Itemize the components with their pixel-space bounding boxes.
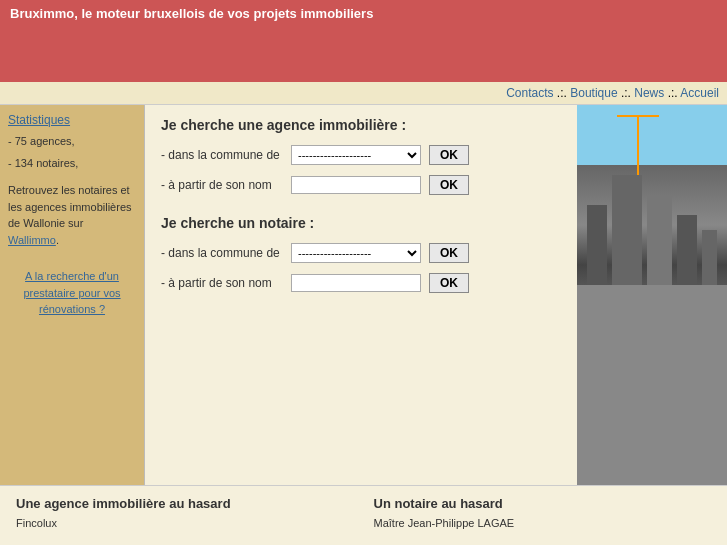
- content-area: Je cherche une agence immobilière : - da…: [145, 105, 577, 485]
- header-title: Bruximmo, le moteur bruxellois de vos pr…: [10, 6, 373, 21]
- notaire-commune-row: - dans la commune de -------------------…: [161, 243, 561, 263]
- notaire-random-col: Un notaire au hasard Maître Jean-Philipp…: [374, 496, 712, 529]
- agency-name-input[interactable]: [291, 176, 421, 194]
- sidebar: Statistiques - 75 agences, - 134 notaire…: [0, 105, 145, 485]
- agency-random-name: Fincolux: [16, 517, 354, 529]
- nav-sep2: .:.: [621, 86, 634, 100]
- notaire-random-name: Maître Jean-Philippe LAGAE: [374, 517, 712, 529]
- stats-title[interactable]: Statistiques: [8, 113, 136, 127]
- notaire-commune-select[interactable]: --------------------: [291, 243, 421, 263]
- city-image: [577, 105, 727, 305]
- agency-random-title: Une agence immobilière au hasard: [16, 496, 354, 511]
- agency-name-ok-button[interactable]: OK: [429, 175, 469, 195]
- notaire-random-title: Un notaire au hasard: [374, 496, 712, 511]
- notaire-name-row: - à partir de son nom OK: [161, 273, 561, 293]
- notaire-name-label: - à partir de son nom: [161, 276, 291, 290]
- nav-bar: Contacts .:. Boutique .:. News .:. Accue…: [0, 82, 727, 105]
- agency-section-title: Je cherche une agence immobilière :: [161, 117, 561, 133]
- header-bar: Bruximmo, le moteur bruxellois de vos pr…: [0, 0, 727, 27]
- notaire-name-input[interactable]: [291, 274, 421, 292]
- notaire-name-ok-button[interactable]: OK: [429, 273, 469, 293]
- bottom-section: Une agence immobilière au hasard Fincolu…: [0, 485, 727, 539]
- stats-agencies: - 75 agences,: [8, 133, 136, 151]
- stats-notaires: - 134 notaires,: [8, 155, 136, 173]
- main-layout: Statistiques - 75 agences, - 134 notaire…: [0, 105, 727, 485]
- banner-area: [0, 27, 727, 82]
- nav-sep1: .:.: [557, 86, 570, 100]
- agency-commune-select[interactable]: --------------------: [291, 145, 421, 165]
- nav-sep3: .:.: [668, 86, 681, 100]
- nav-contacts[interactable]: Contacts: [506, 86, 553, 100]
- notaire-commune-ok-button[interactable]: OK: [429, 243, 469, 263]
- agency-random-col: Une agence immobilière au hasard Fincolu…: [16, 496, 354, 529]
- wallimmo-link[interactable]: Wallimmo: [8, 234, 56, 246]
- agency-commune-ok-button[interactable]: OK: [429, 145, 469, 165]
- agency-name-row: - à partir de son nom OK: [161, 175, 561, 195]
- nav-boutique[interactable]: Boutique: [570, 86, 617, 100]
- notaire-commune-label: - dans la commune de: [161, 246, 291, 260]
- notaire-section-title: Je cherche un notaire :: [161, 215, 561, 231]
- reno-link[interactable]: A la recherche d'un prestataire pour vos…: [8, 268, 136, 318]
- agency-name-label: - à partir de son nom: [161, 178, 291, 192]
- sidebar-notaires-text: Retrouvez les notaires et les agences im…: [8, 182, 136, 248]
- agency-commune-label: - dans la commune de: [161, 148, 291, 162]
- agency-commune-row: - dans la commune de -------------------…: [161, 145, 561, 165]
- footer-bottom: [0, 539, 727, 545]
- nav-news[interactable]: News: [634, 86, 664, 100]
- city-image-container: [577, 105, 727, 485]
- nav-accueil[interactable]: Accueil: [680, 86, 719, 100]
